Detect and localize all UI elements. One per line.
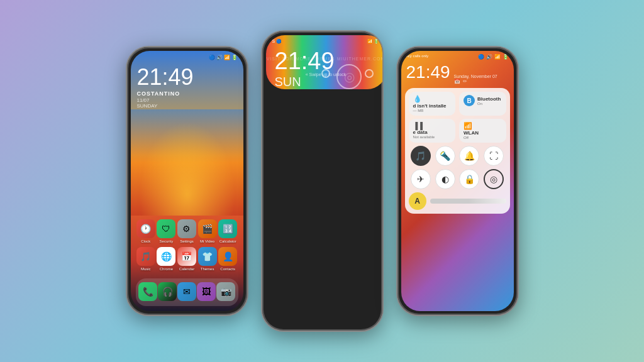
calendar-icon: 📅 (177, 247, 196, 266)
calculator-icon: 🔢 (218, 219, 237, 238)
mobile-data-sub: Not available (413, 135, 452, 139)
phone-2-battery: 📶 🔋 (367, 39, 380, 44)
phone-3: ncy calls only 🔵 🔊 📶 🔋 21:49 Sunday, Nov… (396, 46, 519, 316)
phone-3-time: 21:49 (406, 62, 450, 82)
data-tile[interactable]: 💧 d isn't installe — MB (409, 92, 456, 116)
phone-3-time-row: 21:49 Sunday, November 07 📅 ✏ (401, 61, 514, 85)
camera-icon: 📷 (216, 282, 235, 301)
mobile-data-tile[interactable]: ▐▐ e data Not available (409, 119, 456, 143)
phone-3-date-icons: 📅 ✏ (454, 79, 497, 84)
wlan-label: WLAN (464, 130, 502, 136)
mobile-data-icon: ▐▐ (413, 122, 452, 129)
phone-1-dock: 📞 🎧 ✉ 🖼 📷 (136, 278, 238, 306)
bluetooth-tile[interactable]: B Bluetooth On (459, 92, 506, 116)
wlan-sub: Off (464, 136, 502, 140)
app-calculator[interactable]: 🔢 Calculator (218, 219, 238, 243)
brightness-auto-button[interactable]: ◐ (435, 169, 455, 189)
brightness-label: A (414, 197, 420, 206)
bluetooth-sub: On (477, 102, 501, 106)
chrome-label: Chrome (160, 267, 173, 271)
phone-2-status-bar: S 🔵 📶 🔋 (266, 35, 384, 45)
chrome-icon: 🌐 (157, 247, 175, 266)
dock-gallery[interactable]: 🖼 (197, 282, 216, 302)
phone-3-screen: ncy calls only 🔵 🔊 📶 🔋 21:49 Sunday, Nov… (401, 51, 514, 311)
phone-1-date: 11/07 SUNDAY (131, 97, 243, 109)
contacts-icon: 👤 (218, 247, 237, 266)
phone-1-status-icons: 🔵 🔊 📶 🔋 (209, 55, 238, 60)
phone-1-app-grid: 🕐 Clock 🛡 Security ⚙ Settings 🎬 Mi Video… (131, 216, 243, 278)
phone-1-status-bar: 🔵 🔊 📶 🔋 (131, 51, 243, 62)
bell-button[interactable]: 🔔 (459, 146, 479, 166)
notify-text: ncy calls only (406, 54, 429, 60)
mobile-data-label: e data (413, 129, 452, 135)
phone-2: S 🔵 📶 🔋 21:49 SUN (261, 30, 384, 332)
data-tile-label: d isn't installe (413, 103, 452, 109)
phone-3-status-icons: 🔵 🔊 📶 🔋 (478, 54, 509, 60)
clock-icon: 🕐 (136, 219, 155, 238)
flashlight-button[interactable]: 🔦 (435, 146, 455, 166)
calculator-label: Calculator (219, 239, 236, 243)
control-tiles-row2: ▐▐ e data Not available 📶 WLAN Off (409, 119, 506, 143)
brightness-icon[interactable]: A (409, 192, 426, 210)
location-button[interactable]: ◎ (484, 169, 504, 189)
dock-phone[interactable]: 📞 (138, 282, 158, 302)
control-icon-row-2: ✈ ◐ 🔒 ◎ (409, 169, 506, 189)
app-chrome[interactable]: 🌐 Chrome (156, 247, 177, 271)
airplane-button[interactable]: ✈ (411, 169, 431, 189)
fingerprint-icon: ◎ (344, 69, 355, 84)
dock-spotify[interactable]: 🎧 (158, 282, 177, 302)
app-calendar[interactable]: 📅 Calendar (177, 247, 197, 271)
app-mivideo[interactable]: 🎬 Mi Video (197, 219, 218, 243)
bluetooth-icon-row: B Bluetooth On (464, 95, 502, 106)
mivideo-label: Mi Video (200, 239, 214, 243)
app-clock[interactable]: 🕐 Clock (136, 219, 157, 243)
control-tiles-row1: 💧 d isn't installe — MB B Bluetooth On (409, 92, 506, 116)
lock-camera-button[interactable] (365, 69, 374, 78)
watermark: VISIT FOR MORE THEMES MIUITHEMER.COM (266, 57, 384, 61)
email-icon: ✉ (177, 282, 196, 301)
dock-email[interactable]: ✉ (177, 282, 197, 302)
control-icon-row-1: 🎵 🔦 🔔 ⛶ (409, 146, 506, 166)
music-label: Music (141, 267, 151, 271)
app-settings[interactable]: ⚙ Settings (177, 219, 197, 243)
security-label: Security (160, 239, 174, 243)
bluetooth-label: Bluetooth (477, 96, 501, 102)
phone-1-wallpaper (131, 109, 243, 216)
settings-icon: ⚙ (177, 219, 196, 238)
phone-2-screen: S 🔵 📶 🔋 21:49 SUN (266, 35, 384, 89)
screen-record-button[interactable]: ⛶ (484, 146, 504, 166)
phone-1-screen: 🔵 🔊 📶 🔋 21:49 COSTANTINO 11/07 SUNDAY 🕐 … (131, 51, 243, 311)
app-security[interactable]: 🛡 Security (156, 219, 177, 243)
app-music[interactable]: 🎵 Music (136, 247, 157, 271)
contacts-label: Contacts (220, 267, 235, 271)
phone-1-user-name: COSTANTINO (131, 90, 243, 97)
phone-3-notify-bar: ncy calls only 🔵 🔊 📶 🔋 (401, 51, 514, 61)
phone-2-signal: S 🔵 (272, 39, 282, 44)
wallpaper-gradient (131, 109, 243, 216)
app-contacts[interactable]: 👤 Contacts (218, 247, 238, 271)
phone-1: 🔵 🔊 📶 🔋 21:49 COSTANTINO 11/07 SUNDAY 🕐 … (126, 46, 248, 316)
mivideo-icon: 🎬 (198, 219, 217, 238)
gallery-icon: 🖼 (197, 282, 216, 301)
phone-3-date-block: Sunday, November 07 📅 ✏ (454, 74, 497, 84)
settings-label: Settings (180, 239, 194, 243)
calendar-label: Calendar (179, 267, 194, 271)
data-tile-icon: 💧 (413, 95, 452, 103)
control-panel: 💧 d isn't installe — MB B Bluetooth On (405, 88, 510, 214)
brightness-row: A (409, 192, 506, 210)
wlan-tile[interactable]: 📶 WLAN Off (459, 119, 506, 143)
wlan-icon: 📶 (464, 122, 502, 130)
bluetooth-symbol: B (464, 95, 475, 106)
security-icon: 🛡 (157, 219, 175, 238)
app-themes[interactable]: 👕 Themes (197, 247, 218, 271)
spotify-icon: 🎧 (158, 282, 177, 301)
themes-icon: 👕 (198, 247, 217, 266)
clock-label: Clock (141, 239, 150, 243)
lock-button[interactable]: 🔒 (459, 169, 479, 189)
vibrate-button[interactable]: 🎵 (411, 146, 431, 166)
data-tile-sub: — MB (413, 109, 452, 112)
phone-icon: 📞 (138, 282, 157, 301)
brightness-slider[interactable] (430, 199, 506, 204)
phone-1-time: 21:49 (131, 62, 243, 90)
dock-camera[interactable]: 📷 (216, 282, 236, 302)
